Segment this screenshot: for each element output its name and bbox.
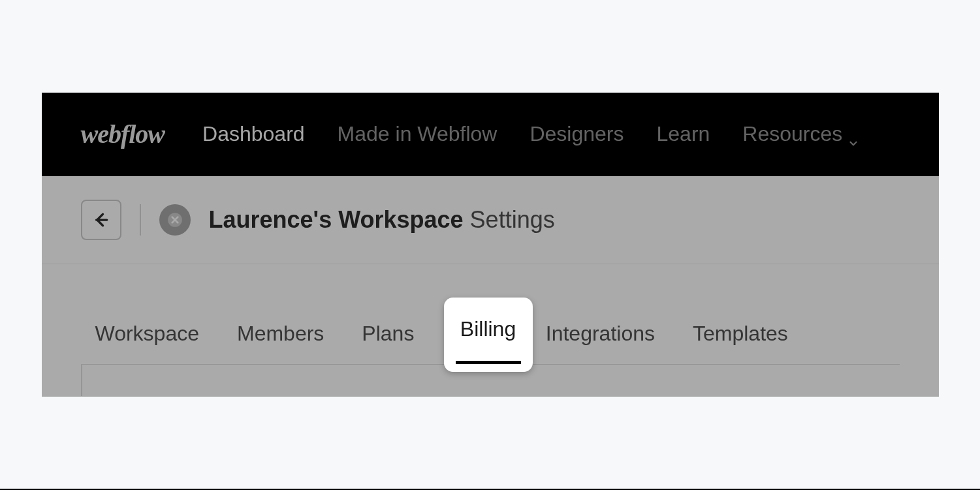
app-screenshot: webflow Dashboard Made in Webflow Design… xyxy=(42,93,939,397)
tab-billing-label: Billing xyxy=(460,317,516,341)
page-title: Laurence's Workspace Settings xyxy=(209,206,555,234)
tab-billing[interactable]: Billing xyxy=(444,298,533,372)
circle-x-icon xyxy=(166,211,183,228)
chevron-down-icon xyxy=(847,130,859,142)
arrow-left-icon xyxy=(91,210,111,230)
vertical-divider xyxy=(140,204,141,236)
page-name: Settings xyxy=(470,206,555,233)
nav-resources[interactable]: Resources xyxy=(742,122,859,146)
nav-designers[interactable]: Designers xyxy=(530,122,624,146)
workspace-name: Laurence's Workspace xyxy=(209,206,464,233)
tab-integrations[interactable]: Integrations xyxy=(545,303,656,364)
top-nav: webflow Dashboard Made in Webflow Design… xyxy=(42,93,939,176)
tab-members[interactable]: Members xyxy=(236,303,325,364)
nav-resources-label: Resources xyxy=(742,122,842,146)
nav-made-in-webflow[interactable]: Made in Webflow xyxy=(338,122,498,146)
nav-dashboard[interactable]: Dashboard xyxy=(202,122,305,146)
brand-logo[interactable]: webflow xyxy=(81,119,165,149)
back-button[interactable] xyxy=(81,200,121,240)
tab-active-underline xyxy=(456,361,521,364)
tab-workspace[interactable]: Workspace xyxy=(94,303,200,364)
tab-templates[interactable]: Templates xyxy=(691,303,789,364)
page-subheader: Laurence's Workspace Settings xyxy=(42,176,939,264)
tab-plans[interactable]: Plans xyxy=(360,303,415,364)
nav-learn[interactable]: Learn xyxy=(657,122,710,146)
workspace-icon xyxy=(159,204,191,236)
